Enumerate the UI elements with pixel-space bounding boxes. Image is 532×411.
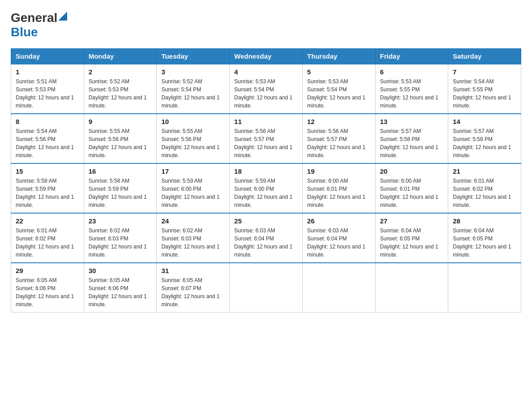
day-number: 25 (234, 217, 298, 225)
calendar-cell: 16 Sunrise: 5:58 AMSunset: 5:59 PMDaylig… (84, 163, 157, 213)
calendar-cell: 14 Sunrise: 5:57 AMSunset: 5:58 PMDaylig… (448, 114, 521, 163)
calendar-cell (448, 263, 521, 313)
day-number: 13 (380, 118, 444, 125)
day-info: Sunrise: 5:58 AMSunset: 5:59 PMDaylight:… (89, 178, 147, 208)
calendar-cell: 22 Sunrise: 6:01 AMSunset: 6:02 PMDaylig… (11, 213, 84, 263)
day-number: 7 (453, 68, 516, 76)
calendar-cell: 28 Sunrise: 6:04 AMSunset: 6:05 PMDaylig… (448, 213, 521, 263)
day-number: 23 (89, 217, 152, 225)
day-number: 29 (16, 267, 79, 274)
calendar-cell: 18 Sunrise: 5:59 AMSunset: 6:00 PMDaylig… (230, 163, 303, 213)
calendar-cell: 31 Sunrise: 6:05 AMSunset: 6:07 PMDaylig… (157, 263, 230, 313)
logo-blue-text: Blue (11, 25, 38, 39)
day-number: 16 (89, 167, 152, 175)
day-info: Sunrise: 6:01 AMSunset: 6:02 PMDaylight:… (16, 227, 74, 258)
day-number: 30 (89, 267, 152, 274)
svg-marker-0 (58, 12, 67, 21)
calendar-cell: 17 Sunrise: 5:59 AMSunset: 6:00 PMDaylig… (157, 163, 230, 213)
calendar-cell: 12 Sunrise: 5:56 AMSunset: 5:57 PMDaylig… (302, 114, 375, 163)
day-info: Sunrise: 6:04 AMSunset: 6:05 PMDaylight:… (380, 227, 438, 258)
day-number: 21 (453, 167, 516, 175)
day-number: 17 (161, 167, 225, 175)
calendar-cell: 11 Sunrise: 5:56 AMSunset: 5:57 PMDaylig… (230, 114, 303, 163)
calendar-cell: 4 Sunrise: 5:53 AMSunset: 5:54 PMDayligh… (230, 64, 303, 114)
calendar-cell: 9 Sunrise: 5:55 AMSunset: 5:56 PMDayligh… (84, 114, 157, 163)
calendar-cell: 10 Sunrise: 5:55 AMSunset: 5:56 PMDaylig… (157, 114, 230, 163)
day-info: Sunrise: 6:05 AMSunset: 6:07 PMDaylight:… (161, 277, 219, 308)
day-number: 20 (380, 167, 444, 175)
day-number: 9 (89, 118, 152, 125)
day-info: Sunrise: 6:04 AMSunset: 6:05 PMDaylight:… (453, 227, 511, 258)
day-info: Sunrise: 5:58 AMSunset: 5:59 PMDaylight:… (16, 178, 74, 208)
calendar-cell: 21 Sunrise: 6:01 AMSunset: 6:02 PMDaylig… (448, 163, 521, 213)
header-monday: Monday (84, 49, 157, 64)
calendar-cell: 29 Sunrise: 6:05 AMSunset: 6:06 PMDaylig… (11, 263, 84, 313)
day-number: 8 (16, 118, 79, 125)
day-info: Sunrise: 5:54 AMSunset: 5:56 PMDaylight:… (16, 128, 74, 158)
header-sunday: Sunday (11, 49, 84, 64)
day-info: Sunrise: 6:05 AMSunset: 6:06 PMDaylight:… (16, 277, 74, 308)
day-info: Sunrise: 5:59 AMSunset: 6:00 PMDaylight:… (234, 178, 292, 208)
page-header: General Blue (11, 11, 521, 39)
day-info: Sunrise: 5:56 AMSunset: 5:57 PMDaylight:… (307, 128, 365, 158)
day-number: 11 (234, 118, 298, 125)
day-info: Sunrise: 5:51 AMSunset: 5:53 PMDaylight:… (16, 78, 74, 109)
day-info: Sunrise: 5:59 AMSunset: 6:00 PMDaylight:… (161, 178, 219, 208)
day-number: 19 (307, 167, 371, 175)
calendar-cell: 26 Sunrise: 6:03 AMSunset: 6:04 PMDaylig… (302, 213, 375, 263)
calendar-cell: 19 Sunrise: 6:00 AMSunset: 6:01 PMDaylig… (302, 163, 375, 213)
day-info: Sunrise: 5:55 AMSunset: 5:56 PMDaylight:… (161, 128, 219, 158)
day-info: Sunrise: 6:03 AMSunset: 6:04 PMDaylight:… (307, 227, 365, 258)
day-info: Sunrise: 5:57 AMSunset: 5:58 PMDaylight:… (380, 128, 438, 158)
day-info: Sunrise: 5:52 AMSunset: 5:53 PMDaylight:… (89, 78, 147, 109)
day-info: Sunrise: 5:52 AMSunset: 5:54 PMDaylight:… (161, 78, 219, 109)
calendar-cell: 25 Sunrise: 6:03 AMSunset: 6:04 PMDaylig… (230, 213, 303, 263)
day-number: 31 (161, 267, 225, 274)
header-friday: Friday (375, 49, 448, 64)
logo-triangle-icon (58, 12, 67, 21)
day-info: Sunrise: 5:55 AMSunset: 5:56 PMDaylight:… (89, 128, 147, 158)
calendar-cell (230, 263, 303, 313)
week-row-4: 22 Sunrise: 6:01 AMSunset: 6:02 PMDaylig… (11, 213, 521, 263)
day-info: Sunrise: 6:03 AMSunset: 6:04 PMDaylight:… (234, 227, 292, 258)
day-number: 6 (380, 68, 444, 76)
day-number: 27 (380, 217, 444, 225)
calendar-cell: 7 Sunrise: 5:54 AMSunset: 5:55 PMDayligh… (448, 64, 521, 114)
day-number: 14 (453, 118, 516, 125)
day-info: Sunrise: 6:01 AMSunset: 6:02 PMDaylight:… (453, 178, 511, 208)
day-number: 12 (307, 118, 371, 125)
day-info: Sunrise: 6:02 AMSunset: 6:03 PMDaylight:… (161, 227, 219, 258)
calendar-cell: 15 Sunrise: 5:58 AMSunset: 5:59 PMDaylig… (11, 163, 84, 213)
day-number: 5 (307, 68, 371, 76)
day-info: Sunrise: 5:53 AMSunset: 5:55 PMDaylight:… (380, 78, 438, 109)
calendar-cell: 24 Sunrise: 6:02 AMSunset: 6:03 PMDaylig… (157, 213, 230, 263)
calendar-cell: 3 Sunrise: 5:52 AMSunset: 5:54 PMDayligh… (157, 64, 230, 114)
week-row-5: 29 Sunrise: 6:05 AMSunset: 6:06 PMDaylig… (11, 263, 521, 313)
week-row-2: 8 Sunrise: 5:54 AMSunset: 5:56 PMDayligh… (11, 114, 521, 163)
calendar-table: SundayMondayTuesdayWednesdayThursdayFrid… (11, 48, 521, 313)
calendar-cell: 8 Sunrise: 5:54 AMSunset: 5:56 PMDayligh… (11, 114, 84, 163)
day-info: Sunrise: 6:05 AMSunset: 6:06 PMDaylight:… (89, 277, 147, 308)
header-wednesday: Wednesday (230, 49, 303, 64)
day-info: Sunrise: 5:53 AMSunset: 5:54 PMDaylight:… (307, 78, 365, 109)
calendar-cell: 6 Sunrise: 5:53 AMSunset: 5:55 PMDayligh… (375, 64, 448, 114)
calendar-cell: 20 Sunrise: 6:00 AMSunset: 6:01 PMDaylig… (375, 163, 448, 213)
calendar-cell: 13 Sunrise: 5:57 AMSunset: 5:58 PMDaylig… (375, 114, 448, 163)
day-number: 24 (161, 217, 225, 225)
day-info: Sunrise: 5:54 AMSunset: 5:55 PMDaylight:… (453, 78, 511, 109)
calendar-cell: 23 Sunrise: 6:02 AMSunset: 6:03 PMDaylig… (84, 213, 157, 263)
header-thursday: Thursday (302, 49, 375, 64)
calendar-cell (302, 263, 375, 313)
calendar-cell: 1 Sunrise: 5:51 AMSunset: 5:53 PMDayligh… (11, 64, 84, 114)
day-info: Sunrise: 6:02 AMSunset: 6:03 PMDaylight:… (89, 227, 147, 258)
day-number: 26 (307, 217, 371, 225)
week-row-3: 15 Sunrise: 5:58 AMSunset: 5:59 PMDaylig… (11, 163, 521, 213)
day-info: Sunrise: 5:56 AMSunset: 5:57 PMDaylight:… (234, 128, 292, 158)
day-info: Sunrise: 6:00 AMSunset: 6:01 PMDaylight:… (307, 178, 365, 208)
day-number: 1 (16, 68, 79, 76)
calendar-header-row: SundayMondayTuesdayWednesdayThursdayFrid… (11, 49, 521, 64)
day-number: 4 (234, 68, 298, 76)
day-number: 10 (161, 118, 225, 125)
day-info: Sunrise: 5:57 AMSunset: 5:58 PMDaylight:… (453, 128, 511, 158)
header-tuesday: Tuesday (157, 49, 230, 64)
